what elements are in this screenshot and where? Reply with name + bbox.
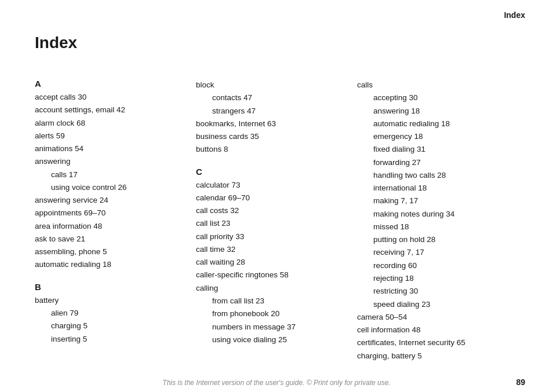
page-title: Index bbox=[35, 34, 518, 52]
list-item: strangers 47 bbox=[196, 105, 345, 118]
list-item: call list 23 bbox=[196, 217, 345, 230]
list-item: making notes during 34 bbox=[357, 208, 507, 221]
list-item: contacts 47 bbox=[196, 91, 345, 104]
header-title: Index bbox=[504, 10, 525, 20]
middle-column: block contacts 47 strangers 47 bookmarks… bbox=[196, 68, 357, 362]
list-item: camera 50–54 bbox=[357, 311, 507, 324]
footer-note: This is the Internet version of the user… bbox=[0, 379, 553, 387]
list-item: call time 32 bbox=[196, 243, 345, 256]
list-item: alarm clock 68 bbox=[35, 117, 184, 130]
list-item: account settings, email 42 bbox=[35, 104, 184, 116]
list-item: calls bbox=[357, 79, 507, 91]
list-item: inserting 5 bbox=[35, 333, 184, 346]
list-item: receiving 7, 17 bbox=[357, 246, 507, 259]
section-letter-a: A bbox=[35, 79, 184, 89]
section-letter-b: B bbox=[35, 282, 184, 292]
page-number: 89 bbox=[516, 378, 525, 387]
list-item: calling bbox=[196, 282, 345, 295]
list-item: using voice control 26 bbox=[35, 181, 184, 194]
list-item: accept calls 30 bbox=[35, 91, 184, 104]
list-item: speed dialing 23 bbox=[357, 298, 507, 311]
list-item: from phonebook 20 bbox=[196, 307, 345, 320]
list-item: rejecting 18 bbox=[357, 272, 507, 285]
list-item: recording 60 bbox=[357, 259, 507, 272]
list-item: using voice dialing 25 bbox=[196, 334, 345, 346]
list-item: bookmarks, Internet 63 bbox=[196, 118, 345, 130]
list-item: ask to save 21 bbox=[35, 233, 184, 246]
list-item: putting on hold 28 bbox=[357, 233, 507, 246]
list-item: numbers in message 37 bbox=[196, 321, 345, 334]
list-item: calls 17 bbox=[35, 168, 184, 181]
list-item: automatic redialing 18 bbox=[357, 118, 507, 130]
list-item: call waiting 28 bbox=[196, 256, 345, 269]
list-item: alerts 59 bbox=[35, 130, 184, 142]
right-column: calls accepting 30 answering 18 automati… bbox=[357, 68, 518, 362]
left-column: A accept calls 30 account settings, emai… bbox=[35, 68, 196, 362]
list-item: fixed dialing 31 bbox=[357, 143, 507, 156]
list-item: charging 5 bbox=[35, 320, 184, 332]
list-item: cell information 48 bbox=[357, 324, 507, 336]
list-item: business cards 35 bbox=[196, 130, 345, 143]
list-item: answering 18 bbox=[357, 105, 507, 118]
list-item: call priority 33 bbox=[196, 230, 345, 243]
list-item: handling two calls 28 bbox=[357, 169, 507, 182]
list-item: calculator 73 bbox=[196, 179, 345, 192]
list-item: answering bbox=[35, 155, 184, 168]
list-item: certificates, Internet security 65 bbox=[357, 336, 507, 349]
list-item: call costs 32 bbox=[196, 204, 345, 217]
list-item: automatic redialing 18 bbox=[35, 258, 184, 271]
section-letter-c: C bbox=[196, 167, 345, 177]
list-item: battery bbox=[35, 294, 184, 307]
index-columns: A accept calls 30 account settings, emai… bbox=[35, 68, 518, 362]
list-item: answering service 24 bbox=[35, 194, 184, 207]
list-item: appointments 69–70 bbox=[35, 207, 184, 219]
page-content: Index A accept calls 30 account settings… bbox=[0, 20, 553, 392]
list-item: accepting 30 bbox=[357, 91, 507, 104]
list-item: making 7, 17 bbox=[357, 195, 507, 207]
list-item: charging, battery 5 bbox=[357, 350, 507, 362]
list-item: from call list 23 bbox=[196, 295, 345, 307]
list-item: emergency 18 bbox=[357, 130, 507, 143]
list-item: animations 54 bbox=[35, 142, 184, 155]
list-item: area information 48 bbox=[35, 220, 184, 233]
list-item: missed 18 bbox=[357, 221, 507, 233]
list-item: restricting 30 bbox=[357, 285, 507, 298]
list-item: buttons 8 bbox=[196, 143, 345, 156]
list-item: caller-specific ringtones 58 bbox=[196, 269, 345, 281]
list-item: calendar 69–70 bbox=[196, 192, 345, 204]
list-item: assembling, phone 5 bbox=[35, 246, 184, 258]
page-header: Index bbox=[0, 0, 553, 20]
list-item: international 18 bbox=[357, 182, 507, 195]
list-item: alien 79 bbox=[35, 307, 184, 320]
list-item: block bbox=[196, 79, 345, 91]
list-item: forwarding 27 bbox=[357, 156, 507, 169]
